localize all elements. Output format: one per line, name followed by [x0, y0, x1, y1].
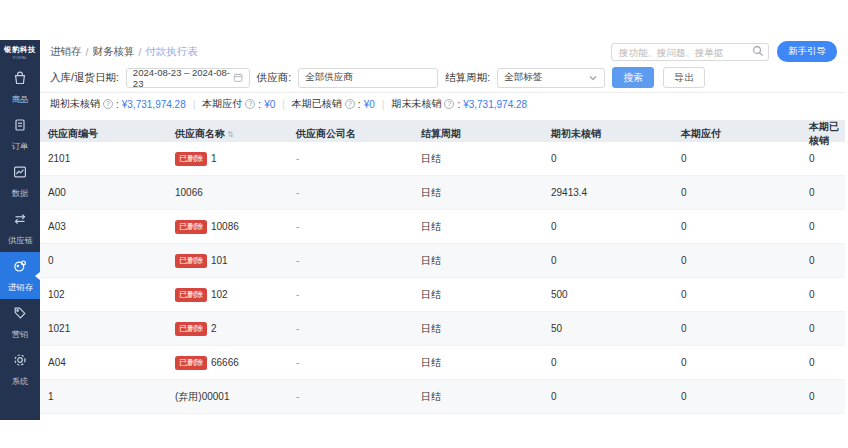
cell-settlement-cycle: 日结 [421, 390, 551, 404]
cell-supplier-code: 0 [48, 255, 175, 266]
cell-opening-unsettled: 0 [551, 153, 681, 164]
summary-separator: | [193, 99, 196, 110]
cell-opening-unsettled: 0 [551, 357, 681, 368]
sidebar: 银豹科技 POSPAL 商品 订单 [0, 40, 40, 420]
global-search-input[interactable] [611, 43, 769, 61]
col-opening-unsettled: 期初未核销 [551, 127, 681, 141]
cell-current-settled: 0 [809, 391, 845, 402]
summary-label: 本期应付 [202, 97, 242, 111]
filter-bar: 入库/退货日期: 2024-08-23 – 2024-08-23 供应商: 结算… [40, 63, 845, 93]
cell-supplier-name: 已删除66666 [175, 356, 296, 370]
info-icon[interactable]: ? [103, 99, 113, 109]
beginner-guide-button[interactable]: 新手引导 [777, 41, 837, 62]
cell-settlement-cycle: 日结 [421, 186, 551, 200]
breadcrumb-item[interactable]: 财务核算 [92, 45, 134, 59]
gear-icon [12, 352, 28, 372]
cell-settlement-cycle: 日结 [421, 254, 551, 268]
cell-settlement-cycle: 日结 [421, 288, 551, 302]
sidebar-item-system[interactable]: 系统 [0, 346, 40, 393]
cell-opening-unsettled: 0 [551, 391, 681, 402]
cell-supplier-code: 2101 [48, 153, 175, 164]
cell-current-payable: 0 [681, 153, 809, 164]
summary-current-payable: 本期应付 ?: ¥0 [202, 97, 275, 111]
sidebar-item-inventory[interactable]: 进销存 [0, 252, 40, 299]
order-icon [12, 117, 28, 137]
brand-name: 银豹科技 [4, 45, 36, 55]
breadcrumb-current: 付款执行表 [145, 45, 198, 59]
summary-bar: 期初未核销 ?: ¥3,731,974.28 | 本期应付 ?: ¥0 | 本期… [40, 93, 845, 115]
info-icon[interactable]: ? [245, 99, 255, 109]
cell-opening-unsettled: 50 [551, 323, 681, 334]
summary-label: 本期已核销 [292, 97, 342, 111]
sidebar-item-goods[interactable]: 商品 [0, 64, 40, 111]
cell-supplier-name: 已删除102 [175, 288, 296, 302]
search-button[interactable]: 搜索 [612, 67, 654, 88]
summary-current-settled: 本期已核销 ?: ¥0 [292, 97, 375, 111]
table-row[interactable]: A03 已删除10086 - 日结 0 0 0 [40, 210, 845, 244]
supplier-name-text: (弃用)00001 [175, 391, 229, 402]
cell-company-name: - [296, 289, 421, 300]
sidebar-item-supply-chain[interactable]: 供应链 [0, 205, 40, 252]
sidebar-item-label: 数据 [12, 187, 29, 199]
supplier-name-text: 102 [211, 288, 228, 299]
table-row[interactable]: 1021 已删除2 - 日结 50 0 0 [40, 312, 845, 346]
cell-current-settled: 0 [809, 289, 845, 300]
table-header: 供应商编号 供应商名称 ⇅ 供应商公司名 结算周期 期初未核销 本期应付 本期已… [40, 120, 845, 142]
cell-supplier-code: A00 [48, 187, 175, 198]
cell-supplier-name: 已删除101 [175, 254, 296, 268]
tag-icon [12, 305, 28, 325]
date-filter-label: 入库/退货日期: [50, 71, 119, 85]
deleted-badge: 已删除 [175, 288, 207, 302]
info-icon[interactable]: ? [444, 99, 454, 109]
col-supplier-name[interactable]: 供应商名称 ⇅ [175, 127, 296, 141]
summary-colon: : [116, 99, 119, 110]
calendar-icon [233, 72, 243, 83]
sort-icon[interactable]: ⇅ [227, 130, 234, 139]
table-row[interactable]: 0 已删除101 - 日结 0 0 0 [40, 244, 845, 278]
cell-company-name: - [296, 221, 421, 232]
sidebar-item-marketing[interactable]: 营销 [0, 299, 40, 346]
date-range-picker[interactable]: 2024-08-23 – 2024-08-23 [126, 68, 250, 88]
cell-company-name: - [296, 391, 421, 402]
export-button[interactable]: 导出 [663, 67, 705, 88]
table-row[interactable]: 1 (弃用)00001 - 日结 0 0 0 [40, 380, 845, 414]
cell-settlement-cycle: 日结 [421, 220, 551, 234]
cell-supplier-name: 已删除2 [175, 322, 296, 336]
sidebar-item-data[interactable]: 数据 [0, 158, 40, 205]
deleted-badge: 已删除 [175, 152, 207, 166]
breadcrumb-separator: / [86, 46, 89, 58]
summary-value: ¥3,731,974.28 [122, 99, 186, 110]
col-supplier-code: 供应商编号 [48, 127, 175, 141]
cell-supplier-code: 102 [48, 289, 175, 300]
cell-current-payable: 0 [681, 357, 809, 368]
summary-colon: : [258, 99, 261, 110]
global-search [611, 42, 769, 62]
table-row[interactable]: A04 已删除66666 - 日结 0 0 0 [40, 346, 845, 380]
deleted-badge: 已删除 [175, 322, 207, 336]
cell-company-name: - [296, 323, 421, 334]
cell-current-payable: 0 [681, 391, 809, 402]
table-row[interactable]: A00 10066 - 日结 29413.4 0 0 [40, 176, 845, 210]
summary-value: ¥0 [364, 99, 375, 110]
chevron-down-icon [588, 73, 598, 83]
breadcrumb-item[interactable]: 进销存 [50, 45, 82, 59]
cell-current-settled: 0 [809, 153, 845, 164]
info-icon[interactable]: ? [345, 99, 355, 109]
supplier-input[interactable] [298, 68, 438, 88]
sidebar-item-label: 商品 [12, 93, 29, 105]
search-icon [752, 45, 764, 57]
col-settlement-cycle: 结算周期 [421, 127, 551, 141]
cell-opening-unsettled: 0 [551, 255, 681, 266]
table-row[interactable]: 102 已删除102 - 日结 500 0 0 [40, 278, 845, 312]
table-row[interactable]: 2101 已删除1 - 日结 0 0 0 [40, 142, 845, 176]
settlement-cycle-select[interactable]: 全部标签 [497, 68, 605, 88]
cell-current-payable: 0 [681, 187, 809, 198]
cell-supplier-code: A03 [48, 221, 175, 232]
summary-separator: | [382, 99, 385, 110]
cell-current-settled: 0 [809, 221, 845, 232]
summary-label: 期末未核销 [391, 97, 441, 111]
cell-settlement-cycle: 日结 [421, 322, 551, 336]
chart-icon [12, 164, 28, 184]
sidebar-item-orders[interactable]: 订单 [0, 111, 40, 158]
brand-logo: 银豹科技 POSPAL [0, 40, 40, 64]
